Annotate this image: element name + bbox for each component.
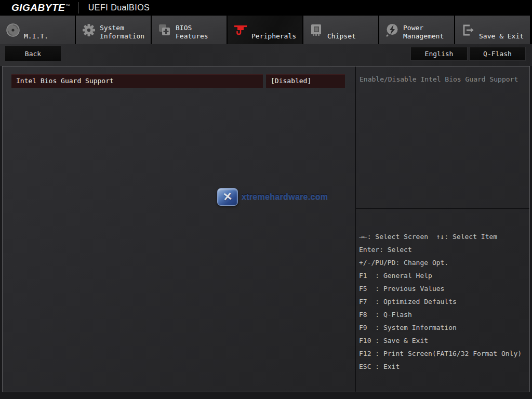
- tab-chipset[interactable]: Chipset: [303, 16, 378, 44]
- watermark: ✕ xtremehardware.com: [217, 188, 328, 206]
- titlebar: GIGABYTE™ UEFI DualBIOS: [0, 0, 532, 16]
- setting-intel-bios-guard-value[interactable]: [Disabled]: [266, 74, 345, 88]
- legend-f7: F7 : Optimized Defaults: [359, 295, 527, 308]
- tab-mit[interactable]: M.I.T.: [0, 16, 75, 44]
- chip-plus-icon: [157, 22, 172, 38]
- legend-esc: ESC : Exit: [359, 360, 527, 373]
- titlebar-divider: [78, 2, 79, 14]
- qflash-button[interactable]: Q-Flash: [469, 47, 526, 61]
- setting-label: Intel Bios Guard Support: [11, 74, 263, 88]
- help-description: Enable/Disable Intel Bios Guard Support: [356, 66, 529, 209]
- legend-f8: F8 : Q-Flash: [359, 308, 527, 321]
- legend-f1: F1 : General Help: [359, 269, 527, 282]
- watermark-text: xtremehardware.com: [242, 192, 328, 202]
- tab-system-information[interactable]: SystemInformation: [76, 16, 151, 44]
- xtremehardware-logo-icon: ✕: [217, 188, 238, 206]
- setting-intel-bios-guard[interactable]: Intel Bios Guard Support: [11, 74, 263, 88]
- power-bolt-icon: [384, 22, 400, 38]
- legend-select-screen-item: →←: Select Screen ↑↓: Select Item: [359, 230, 527, 243]
- gear-icon: [81, 22, 97, 38]
- language-button[interactable]: English: [410, 47, 468, 61]
- toolbar: Back English Q-Flash: [0, 44, 532, 66]
- chipset-icon: [309, 22, 324, 38]
- exit-door-icon: [460, 22, 476, 38]
- back-button[interactable]: Back: [5, 46, 61, 61]
- legend-enter: Enter: Select: [359, 243, 527, 256]
- tab-bios-features[interactable]: BIOSFeatures: [152, 16, 227, 44]
- legend-f9: F9 : System Information: [359, 321, 527, 334]
- setting-value: [Disabled]: [266, 74, 345, 88]
- tab-peripherals[interactable]: Peripherals: [228, 16, 302, 44]
- tab-bar: M.I.T. SystemInformation: [0, 16, 532, 44]
- gigabyte-logo: GIGABYTE™: [11, 2, 70, 14]
- tab-power-management[interactable]: PowerManagement: [379, 16, 454, 44]
- main-panel: Intel Bios Guard Support [Disabled] ✕ xt…: [2, 66, 530, 392]
- page-title: UEFI DualBIOS: [88, 3, 150, 12]
- legend-f12: F12 : Print Screen(FAT16/32 Format Only): [359, 347, 527, 360]
- bios-screen: GIGABYTE™ UEFI DualBIOS M.I.T.: [0, 0, 532, 399]
- key-legend: →←: Select Screen ↑↓: Select Item Enter:…: [356, 209, 529, 373]
- legend-f10: F10 : Save & Exit: [359, 334, 527, 347]
- settings-list: Intel Bios Guard Support [Disabled] ✕ xt…: [3, 66, 355, 392]
- legend-f5: F5 : Previous Values: [359, 282, 527, 295]
- peripherals-usb-icon: [233, 22, 248, 38]
- fan-dial-icon: [5, 22, 21, 38]
- tab-save-exit[interactable]: Save & Exit: [455, 16, 530, 44]
- legend-change-opt: +/-/PU/PD: Change Opt.: [359, 256, 527, 269]
- help-panel: Enable/Disable Intel Bios Guard Support …: [355, 66, 529, 392]
